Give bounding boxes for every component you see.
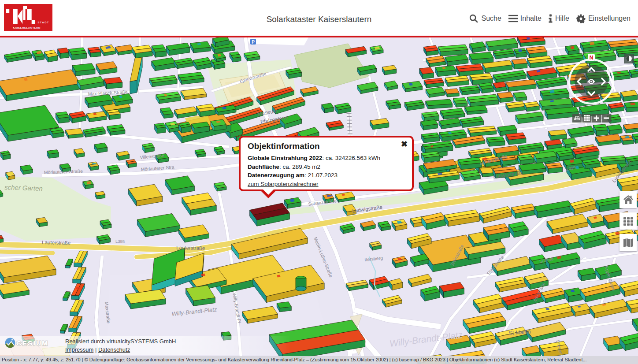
svg-text:Lauterstraße: Lauterstraße bbox=[42, 240, 70, 245]
svg-text:P: P bbox=[252, 40, 255, 45]
svg-text:N: N bbox=[590, 55, 593, 61]
svg-text:Lauterstraße: Lauterstraße bbox=[176, 245, 205, 251]
svg-text:CESIUM: CESIUM bbox=[16, 339, 48, 347]
svg-text:L395: L395 bbox=[115, 239, 125, 244]
svg-text:scher Garten: scher Garten bbox=[4, 183, 43, 192]
svg-text:KAISERSLAUTERN: KAISERSLAUTERN bbox=[13, 26, 41, 29]
